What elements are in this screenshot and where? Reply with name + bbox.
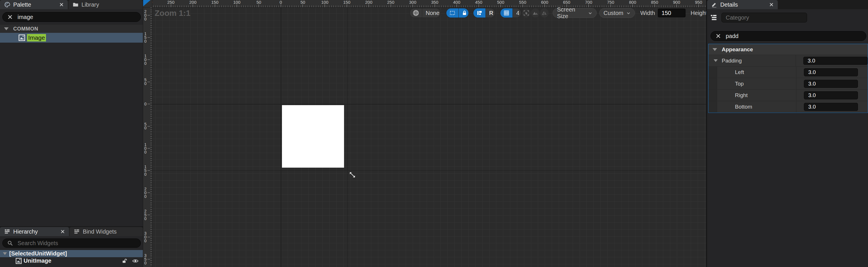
visibility-eye-icon[interactable] — [132, 258, 139, 264]
search-icon — [7, 240, 13, 246]
chevron-expanded-icon[interactable] — [713, 48, 717, 51]
ruler-mark: 100 — [233, 0, 240, 7]
zoom-level-label: Zoom 1:1 — [155, 9, 190, 18]
image-widget-on-canvas[interactable] — [282, 105, 344, 168]
palette-item-image[interactable]: Image — [0, 33, 143, 43]
resize-cursor-icon — [348, 171, 356, 179]
details-tab-label: Details — [720, 1, 738, 8]
respect-locks-button[interactable]: R — [486, 8, 495, 18]
tab-library[interactable]: Library — [68, 0, 143, 9]
appearance-section-header[interactable]: Appearance — [709, 44, 868, 55]
flip-preview-icon[interactable] — [540, 8, 549, 18]
ruler-origin-marker — [143, 0, 151, 6]
appearance-section: Appearance Padding 3.0 Left3.0Top3.0Righ… — [708, 44, 868, 113]
palette-search-box[interactable] — [2, 12, 141, 22]
chevron-expanded-icon[interactable] — [4, 27, 9, 30]
hierarchy-tabbar: Hierarchy Bind Widgets — [0, 227, 143, 236]
palette-category-label: COMMON — [13, 26, 38, 32]
image-widget-icon — [16, 258, 22, 264]
hierarchy-row-child[interactable]: UnitImage — [0, 257, 143, 264]
ruler-mark: 200 — [189, 0, 196, 7]
screen-size-dropdown[interactable]: Screen Size — [553, 8, 597, 18]
category-filter-row — [710, 13, 807, 23]
details-search-input[interactable] — [726, 33, 861, 39]
close-icon[interactable] — [60, 229, 65, 234]
padding-row[interactable]: Padding 3.0 — [709, 55, 868, 66]
ruler-mark: 200 — [365, 0, 372, 7]
tab-bind-widgets[interactable]: Bind Widgets — [69, 227, 143, 236]
select-tool-icon[interactable] — [522, 8, 531, 18]
ruler-mark: 900 — [673, 0, 680, 7]
padding-subrow-label: Bottom — [735, 104, 752, 110]
grid-icon[interactable] — [500, 8, 513, 18]
ruler-mark: 150 — [343, 0, 350, 7]
hierarchy-search-box[interactable] — [2, 239, 141, 248]
padding-subrow-value-input[interactable]: 3.0 — [804, 80, 858, 88]
palette-search-input[interactable] — [18, 14, 136, 21]
ruler-mark: 150 — [144, 32, 150, 43]
hierarchy-root-label: [SelectedUnitWidget] — [9, 250, 67, 257]
category-filter-input[interactable] — [721, 13, 807, 23]
tab-hierarchy[interactable]: Hierarchy — [0, 227, 69, 236]
ruler-mark: 150 — [144, 165, 150, 176]
list-tree-icon — [4, 229, 10, 235]
close-icon[interactable] — [59, 2, 64, 7]
tab-details[interactable]: Details — [707, 0, 778, 9]
ruler-mark: 100 — [144, 54, 150, 65]
details-search-box[interactable] — [711, 31, 866, 41]
selection-lock-group — [446, 8, 469, 18]
palette-tabbar: Palette Library — [0, 0, 143, 9]
localization-preview-button[interactable]: None — [409, 8, 441, 18]
size-mode-dropdown[interactable]: Custom — [599, 8, 635, 18]
palette-icon — [4, 1, 10, 8]
designer-canvas[interactable]: Zoom 1:1 None — [152, 7, 706, 267]
padding-subrow-left[interactable]: Left3.0 — [709, 66, 868, 78]
ruler-mark: 200 — [144, 187, 150, 198]
padding-subrow-bottom[interactable]: Bottom3.0 — [709, 101, 868, 113]
alignment-icon[interactable] — [473, 8, 486, 18]
padding-subrow-value-input[interactable]: 3.0 — [804, 103, 858, 111]
grid-snap-group: 4 — [500, 8, 521, 18]
padding-subrow-top[interactable]: Top3.0 — [709, 78, 868, 89]
padding-subrows: Left3.0Top3.0Right3.0Bottom3.0 — [709, 66, 868, 113]
padding-subrow-value-input[interactable]: 3.0 — [804, 68, 858, 76]
list-tree-icon — [73, 229, 80, 235]
ruler-mark: 50 — [300, 0, 305, 7]
layout-mode-group: R — [473, 8, 495, 18]
indent-strip — [709, 89, 717, 101]
marquee-select-icon[interactable] — [446, 8, 459, 18]
ruler-vertical: 20015010050050100150200250300350 — [143, 7, 152, 267]
unlock-icon[interactable] — [122, 258, 128, 264]
padding-subrow-value-input[interactable]: 3.0 — [804, 91, 858, 99]
ruler-mark: 500 — [497, 0, 504, 7]
clear-search-icon[interactable] — [7, 14, 13, 20]
clear-search-icon[interactable] — [715, 33, 721, 39]
umg-designer-window: Palette Library COMMON — [0, 0, 868, 267]
palette-category-common[interactable]: COMMON — [0, 25, 143, 33]
hierarchy-row-root[interactable]: [SelectedUnitWidget] — [0, 250, 143, 257]
grid-snap-size[interactable]: 4 — [513, 8, 521, 18]
palette-item-label: Image — [27, 34, 46, 42]
size-mode-value: Custom — [603, 10, 623, 17]
close-icon[interactable] — [769, 2, 774, 7]
palette-tab-label: Palette — [13, 1, 31, 8]
ruler-mark: 50 — [144, 78, 150, 85]
widget-bound-line-vertical — [347, 7, 347, 267]
preview-image-icon[interactable] — [531, 8, 540, 18]
padding-subrow-right[interactable]: Right3.0 — [709, 89, 868, 101]
ruler-mark: 300 — [144, 232, 150, 243]
width-input[interactable] — [658, 9, 685, 17]
hierarchy-search-input[interactable] — [18, 240, 136, 246]
screen-size-label: Screen Size — [557, 7, 585, 20]
ruler-mark: 50 — [144, 123, 150, 130]
tab-palette[interactable]: Palette — [0, 0, 68, 9]
ruler-corner — [143, 0, 152, 7]
lock-icon[interactable] — [459, 8, 469, 18]
ruler-mark: 250 — [144, 209, 150, 221]
padding-value-input[interactable]: 3.0 — [803, 57, 868, 65]
chevron-expanded-icon[interactable] — [714, 59, 718, 62]
category-list-icon[interactable] — [710, 14, 717, 21]
chevron-expanded-icon[interactable] — [3, 252, 7, 255]
ruler-mark: 350 — [144, 254, 150, 265]
ruler-mark: 250 — [387, 0, 394, 7]
